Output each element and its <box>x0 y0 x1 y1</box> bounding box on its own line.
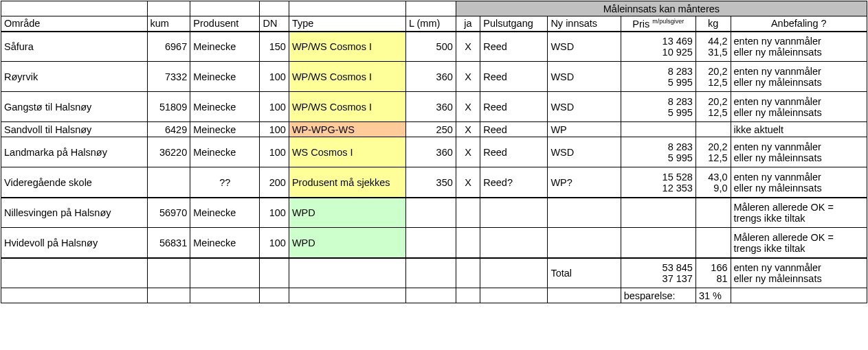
blank-cell <box>456 258 480 288</box>
table-row: Såfura6967Meinecke150WP/WS Cosmos I500XR… <box>1 32 867 62</box>
cell-ja <box>456 228 480 258</box>
blank-cell <box>1 288 148 303</box>
cell-produsent: Meinecke <box>190 92 260 122</box>
blank-cell <box>147 258 190 288</box>
cell-type: WPD <box>289 198 405 228</box>
cell-kg <box>695 228 731 258</box>
cell-dn: 150 <box>260 32 289 62</box>
cell-ny: WSD <box>548 62 621 92</box>
blank-cell <box>147 1 190 16</box>
table-row: Røyrvik7332Meinecke100WP/WS Cosmos I360X… <box>1 62 867 92</box>
cell-kum: 56831 <box>147 228 190 258</box>
blank-cell <box>289 1 405 16</box>
blank-cell <box>260 1 289 16</box>
cell-anbef: Måleren allerede OK = trengs ikke tiltak <box>731 198 867 228</box>
cell-puls <box>480 228 548 258</box>
total-kg: 16681 <box>695 258 731 288</box>
cell-produsent: Meinecke <box>190 62 260 92</box>
cell-puls: Reed? <box>480 167 548 198</box>
cell-ja: X <box>456 122 480 137</box>
hdr-type: Type <box>289 16 405 32</box>
cell-omrade: Røyrvik <box>1 62 148 92</box>
header-row-2: OmrådekumProdusentDNTypeL (mm)jaPulsutga… <box>1 16 867 32</box>
cell-anbef: enten ny vannmålereller ny måleinnsats <box>731 62 867 92</box>
cell-anbef: Måleren allerede OK = trengs ikke tiltak <box>731 228 867 258</box>
blank-cell <box>405 258 456 288</box>
hdr-produsent: Produsent <box>190 16 260 32</box>
blank-cell <box>289 288 405 303</box>
table-row: Sandvoll til Halsnøy6429Meinecke100WP-WP… <box>1 122 867 137</box>
table-row: Hvidevoll på Halsnøy56831Meinecke100WPDM… <box>1 228 867 258</box>
cell-omrade: Nillesvingen på Halsnøy <box>1 198 148 228</box>
cell-pris <box>621 198 695 228</box>
hdr-puls: Pulsutgang <box>480 16 548 32</box>
cell-kg <box>695 122 731 137</box>
cell-puls: Reed <box>480 32 548 62</box>
cell-dn: 100 <box>260 122 289 137</box>
hdr-omrade: Område <box>1 16 148 32</box>
cell-pris: 8 2835 995 <box>621 62 695 92</box>
cell-dn: 100 <box>260 92 289 122</box>
cell-omrade: Såfura <box>1 32 148 62</box>
hdr-anbef: Anbefaling ? <box>731 16 867 32</box>
cell-ja: X <box>456 62 480 92</box>
blank-cell <box>190 288 260 303</box>
cell-type: Produsent må sjekkes <box>289 167 405 198</box>
cell-pris <box>621 122 695 137</box>
cell-dn: 100 <box>260 228 289 258</box>
cell-kg <box>695 198 731 228</box>
cell-ny <box>548 228 621 258</box>
cell-omrade: Gangstø til Halsnøy <box>1 92 148 122</box>
cell-produsent: Meinecke <box>190 122 260 137</box>
blank-cell <box>405 1 456 16</box>
cell-omrade: Landmarka på Halsnøy <box>1 137 148 167</box>
blank-cell <box>405 288 456 303</box>
blank-cell <box>480 258 548 288</box>
blank-cell <box>1 1 148 16</box>
cell-puls <box>480 198 548 228</box>
cell-type: WPD <box>289 228 405 258</box>
cell-puls: Reed <box>480 92 548 122</box>
blank-cell <box>456 288 480 303</box>
cell-kg: 43,09,0 <box>695 167 731 198</box>
cell-ja: X <box>456 167 480 198</box>
blank-cell <box>147 288 190 303</box>
cell-produsent: Meinecke <box>190 137 260 167</box>
cell-ja: X <box>456 32 480 62</box>
hdr-kg: kg <box>695 16 731 32</box>
hdr-ja: ja <box>456 16 480 32</box>
cell-dn: 200 <box>260 167 289 198</box>
cell-type: WP/WS Cosmos I <box>289 32 405 62</box>
cell-kum: 6967 <box>147 32 190 62</box>
cell-ja <box>456 198 480 228</box>
cell-kum: 56970 <box>147 198 190 228</box>
cell-anbef: enten ny vannmålereller ny måleinnsats <box>731 32 867 62</box>
total-anbef: enten ny vannmålereller ny måleinnsats <box>731 258 867 288</box>
cell-kum: 7332 <box>147 62 190 92</box>
total-label: Total <box>548 258 621 288</box>
cell-kum <box>147 167 190 198</box>
cell-dn: 100 <box>260 62 289 92</box>
table-row: Nillesvingen på Halsnøy56970Meinecke100W… <box>1 198 867 228</box>
cell-kum: 6429 <box>147 122 190 137</box>
cell-l: 360 <box>405 62 456 92</box>
cell-l: 360 <box>405 92 456 122</box>
cell-puls: Reed <box>480 122 548 137</box>
cell-kum: 36220 <box>147 137 190 167</box>
total-pris: 53 84537 137 <box>621 258 695 288</box>
cell-anbef: enten ny vannmålereller ny måleinnsats <box>731 92 867 122</box>
blank-cell <box>190 258 260 288</box>
cell-type: WP-WPG-WS <box>289 122 405 137</box>
blank-cell <box>1 258 148 288</box>
table-row: Landmarka på Halsnøy36220Meinecke100WS C… <box>1 137 867 167</box>
total-row: Total53 84537 13716681enten ny vannmåler… <box>1 258 867 288</box>
cell-dn: 100 <box>260 137 289 167</box>
blank-cell <box>289 258 405 288</box>
cell-kg: 20,212,5 <box>695 92 731 122</box>
cell-ny: WSD <box>548 92 621 122</box>
cell-produsent: Meinecke <box>190 32 260 62</box>
hdr-l: L (mm) <box>405 16 456 32</box>
cell-kg: 20,212,5 <box>695 62 731 92</box>
besparelse-label: besparelse: <box>621 288 695 303</box>
meter-table: Måleinnsats kan månteresOmrådekumProduse… <box>1 1 867 303</box>
